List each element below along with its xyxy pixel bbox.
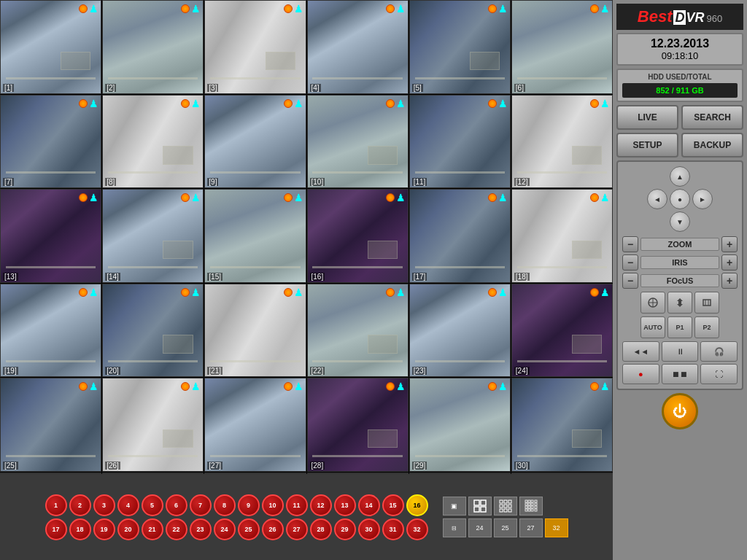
p1-button[interactable]: P1 xyxy=(667,316,692,338)
cam-btn-17[interactable]: 17 xyxy=(45,518,67,540)
cam-btn-20[interactable]: 20 xyxy=(117,518,139,540)
cam-btn-4[interactable]: 4 xyxy=(117,494,139,516)
camera-cell-24[interactable]: ♟ [24] xyxy=(511,284,613,378)
camera-cell-8[interactable]: ♟ [8] xyxy=(102,95,204,189)
cam-btn-16[interactable]: 16 xyxy=(406,494,428,516)
cam-btn-6[interactable]: 6 xyxy=(166,494,187,516)
camera-cell-21[interactable]: ♟ [21] xyxy=(204,284,306,378)
stop-button[interactable]: ⏹⏹ xyxy=(662,364,699,384)
view-single[interactable]: ▣ xyxy=(443,497,466,516)
camera-cell-26[interactable]: ♟ [26] xyxy=(102,378,204,472)
camera-cell-20[interactable]: ♟ [20] xyxy=(102,284,204,378)
cam-btn-13[interactable]: 13 xyxy=(334,494,356,516)
search-button[interactable]: SEARCH xyxy=(681,105,743,130)
ptz-icon-btn-2[interactable] xyxy=(667,292,692,314)
view-25[interactable]: 25 xyxy=(494,518,517,537)
cam-btn-18[interactable]: 18 xyxy=(69,518,91,540)
cam-btn-31[interactable]: 31 xyxy=(382,518,404,540)
cam-btn-25[interactable]: 25 xyxy=(238,518,260,540)
p2-button[interactable]: P2 xyxy=(694,316,719,338)
view-quad[interactable] xyxy=(468,497,492,516)
cam-btn-12[interactable]: 12 xyxy=(310,494,332,516)
camera-cell-13[interactable]: ♟ [13] xyxy=(0,189,101,283)
ptz-center-button[interactable]: ● xyxy=(670,189,690,209)
camera-cell-28[interactable]: ♟ [28] xyxy=(307,378,409,472)
cam-btn-9[interactable]: 9 xyxy=(238,494,260,516)
camera-cell-4[interactable]: ♟ [4] xyxy=(307,0,409,94)
camera-cell-2[interactable]: ♟ [2] xyxy=(102,0,204,94)
camera-cell-11[interactable]: ♟ [11] xyxy=(409,95,511,189)
cam-btn-11[interactable]: 11 xyxy=(286,494,308,516)
camera-cell-12[interactable]: ♟ [12] xyxy=(511,95,613,189)
iris-minus-button[interactable]: − xyxy=(622,254,638,271)
cam-btn-7[interactable]: 7 xyxy=(190,494,212,516)
camera-cell-27[interactable]: ♟ [27] xyxy=(204,378,306,472)
camera-cell-30[interactable]: ♟ [30] xyxy=(511,378,613,472)
cam-btn-23[interactable]: 23 xyxy=(190,518,212,540)
view-9[interactable] xyxy=(494,497,517,516)
ptz-icon-btn-3[interactable] xyxy=(694,292,719,314)
cam-btn-27[interactable]: 27 xyxy=(286,518,308,540)
view-27[interactable]: 27 xyxy=(519,518,543,537)
cam-btn-21[interactable]: 21 xyxy=(142,518,163,540)
cam-btn-28[interactable]: 28 xyxy=(310,518,332,540)
camera-cell-32[interactable]: ♟ [32] xyxy=(102,472,204,474)
view-16[interactable] xyxy=(519,497,543,516)
camera-cell-3[interactable]: ♟ [3] xyxy=(204,0,306,94)
camera-cell-25[interactable]: ♟ [25] xyxy=(0,378,101,472)
cam-btn-14[interactable]: 14 xyxy=(358,494,380,516)
camera-cell-5[interactable]: ♟ [5] xyxy=(409,0,511,94)
focus-plus-button[interactable]: + xyxy=(721,273,738,289)
view-32[interactable]: 32 xyxy=(545,518,568,537)
setup-button[interactable]: SETUP xyxy=(616,133,678,158)
pause-button[interactable]: ⏸ xyxy=(662,341,699,362)
cam-btn-29[interactable]: 29 xyxy=(334,518,356,540)
camera-cell-31[interactable]: ♟ [31] xyxy=(0,472,101,474)
rewind-button[interactable]: ◄◄ xyxy=(622,341,659,362)
cam-btn-3[interactable]: 3 xyxy=(93,494,115,516)
camera-cell-17[interactable]: ♟ [17] xyxy=(409,189,511,283)
ptz-icon-btn-1[interactable] xyxy=(640,292,665,314)
cam-btn-32[interactable]: 32 xyxy=(406,518,428,540)
cam-btn-5[interactable]: 5 xyxy=(142,494,163,516)
camera-cell-18[interactable]: ♟ [18] xyxy=(511,189,613,283)
cam-btn-1[interactable]: 1 xyxy=(45,494,67,516)
cam-btn-24[interactable]: 24 xyxy=(214,518,236,540)
camera-cell-6[interactable]: ♟ [6] xyxy=(511,0,613,94)
live-button[interactable]: LIVE xyxy=(616,105,678,130)
camera-cell-22[interactable]: ♟ [22] xyxy=(307,284,409,378)
focus-minus-button[interactable]: − xyxy=(622,273,638,289)
ptz-right-button[interactable]: ► xyxy=(692,189,713,209)
view-custom[interactable]: ⊟ xyxy=(443,518,466,537)
ptz-up-button[interactable]: ▲ xyxy=(670,166,690,187)
ptz-left-button[interactable]: ◄ xyxy=(647,189,667,209)
camera-cell-14[interactable]: ♟ [14] xyxy=(102,189,204,283)
cam-btn-15[interactable]: 15 xyxy=(382,494,404,516)
view-24[interactable]: 24 xyxy=(468,518,492,537)
expand-button[interactable]: ⛶ xyxy=(700,364,738,384)
camera-cell-15[interactable]: ♟ [15] xyxy=(204,189,306,283)
camera-cell-9[interactable]: ♟ [9] xyxy=(204,95,306,189)
iris-plus-button[interactable]: + xyxy=(721,254,738,271)
cam-btn-22[interactable]: 22 xyxy=(166,518,187,540)
camera-cell-1[interactable]: ♟ [1] xyxy=(0,0,101,94)
camera-cell-16[interactable]: ♟ [16] xyxy=(307,189,409,283)
camera-cell-19[interactable]: ♟ [19] xyxy=(0,284,101,378)
cam-btn-30[interactable]: 30 xyxy=(358,518,380,540)
camera-cell-10[interactable]: ♟ [10] xyxy=(307,95,409,189)
cam-btn-19[interactable]: 19 xyxy=(93,518,115,540)
zoom-plus-button[interactable]: + xyxy=(721,236,738,252)
cam-btn-10[interactable]: 10 xyxy=(262,494,284,516)
cam-btn-2[interactable]: 2 xyxy=(69,494,91,516)
power-button[interactable]: ⏻ xyxy=(662,393,698,429)
headphone-button[interactable]: 🎧 xyxy=(700,341,738,362)
cam-btn-8[interactable]: 8 xyxy=(214,494,236,516)
auto-button[interactable]: AUTO xyxy=(640,316,665,338)
cam-btn-26[interactable]: 26 xyxy=(262,518,284,540)
backup-button[interactable]: BACKUP xyxy=(681,133,743,158)
camera-cell-23[interactable]: ♟ [23] xyxy=(409,284,511,378)
ptz-down-button[interactable]: ▼ xyxy=(670,211,690,232)
camera-cell-29[interactable]: ♟ [29] xyxy=(409,378,511,472)
camera-cell-7[interactable]: ♟ [7] xyxy=(0,95,101,189)
zoom-minus-button[interactable]: − xyxy=(622,236,638,252)
